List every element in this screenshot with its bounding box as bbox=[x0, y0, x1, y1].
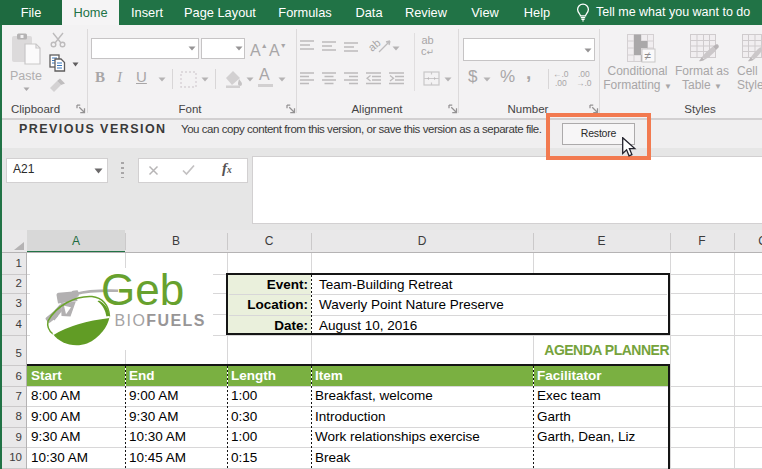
svg-text:Geb: Geb bbox=[101, 268, 184, 314]
svg-text:≠: ≠ bbox=[645, 49, 652, 63]
svg-text:BIOFUELS: BIOFUELS bbox=[115, 312, 206, 329]
